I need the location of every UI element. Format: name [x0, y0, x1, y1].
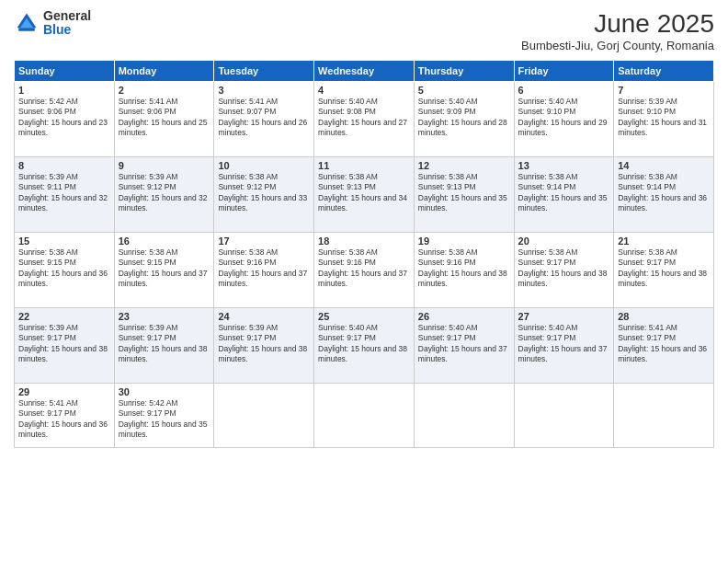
- logo: General Blue: [14, 9, 91, 38]
- day-number: 26: [418, 311, 510, 322]
- day-24: 24 Sunrise: 5:39 AMSunset: 9:17 PMDaylig…: [214, 308, 314, 384]
- col-header-thursday: Thursday: [414, 61, 514, 82]
- day-info: Sunrise: 5:41 AMSunset: 9:17 PMDaylight:…: [18, 398, 110, 441]
- day-10: 10 Sunrise: 5:38 AMSunset: 9:12 PMDaylig…: [214, 157, 314, 233]
- day-info: Sunrise: 5:38 AMSunset: 9:13 PMDaylight:…: [318, 172, 410, 214]
- day-info: Sunrise: 5:41 AMSunset: 9:07 PMDaylight:…: [218, 97, 310, 139]
- day-21: 21 Sunrise: 5:38 AMSunset: 9:17 PMDaylig…: [614, 233, 714, 308]
- day-3: 3 Sunrise: 5:41 AMSunset: 9:07 PMDayligh…: [214, 82, 314, 157]
- day-number: 9: [119, 160, 210, 171]
- day-number: 10: [218, 160, 310, 171]
- logo-text: General Blue: [43, 9, 91, 38]
- day-info: Sunrise: 5:40 AMSunset: 9:08 PMDaylight:…: [318, 97, 410, 139]
- day-info: Sunrise: 5:42 AMSunset: 9:17 PMDaylight:…: [119, 398, 210, 441]
- day-info: Sunrise: 5:39 AMSunset: 9:17 PMDaylight:…: [218, 323, 310, 365]
- day-number: 11: [318, 160, 410, 171]
- day-7: 7 Sunrise: 5:39 AMSunset: 9:10 PMDayligh…: [614, 82, 714, 157]
- day-info: Sunrise: 5:40 AMSunset: 9:10 PMDaylight:…: [518, 97, 610, 139]
- day-25: 25 Sunrise: 5:40 AMSunset: 9:17 PMDaylig…: [314, 308, 415, 384]
- day-30: 30 Sunrise: 5:42 AMSunset: 9:17 PMDaylig…: [114, 384, 214, 448]
- day-1: 1 Sunrise: 5:42 AMSunset: 9:06 PMDayligh…: [15, 82, 115, 157]
- day-info: Sunrise: 5:38 AMSunset: 9:14 PMDaylight:…: [618, 172, 710, 214]
- week-row-4: 22 Sunrise: 5:39 AMSunset: 9:17 PMDaylig…: [15, 308, 714, 384]
- day-number: 6: [518, 85, 610, 96]
- empty-cell: [514, 384, 614, 448]
- empty-cell: [614, 384, 714, 448]
- day-number: 7: [618, 85, 710, 96]
- day-20: 20 Sunrise: 5:38 AMSunset: 9:17 PMDaylig…: [514, 233, 614, 308]
- day-number: 24: [218, 311, 310, 322]
- day-number: 14: [618, 160, 710, 171]
- day-27: 27 Sunrise: 5:40 AMSunset: 9:17 PMDaylig…: [514, 308, 614, 384]
- day-29: 29 Sunrise: 5:41 AMSunset: 9:17 PMDaylig…: [15, 384, 115, 448]
- day-info: Sunrise: 5:38 AMSunset: 9:13 PMDaylight:…: [418, 172, 510, 214]
- day-number: 20: [518, 236, 610, 247]
- day-9: 9 Sunrise: 5:39 AMSunset: 9:12 PMDayligh…: [114, 157, 214, 233]
- day-info: Sunrise: 5:38 AMSunset: 9:15 PMDaylight:…: [119, 247, 210, 290]
- day-info: Sunrise: 5:42 AMSunset: 9:06 PMDaylight:…: [18, 97, 110, 139]
- day-12: 12 Sunrise: 5:38 AMSunset: 9:13 PMDaylig…: [414, 157, 514, 233]
- col-header-tuesday: Tuesday: [214, 61, 314, 82]
- logo-general-label: General: [43, 9, 91, 23]
- logo-blue-label: Blue: [43, 23, 91, 37]
- day-28: 28 Sunrise: 5:41 AMSunset: 9:17 PMDaylig…: [614, 308, 714, 384]
- day-info: Sunrise: 5:38 AMSunset: 9:12 PMDaylight:…: [218, 172, 310, 214]
- day-number: 19: [418, 236, 510, 247]
- day-number: 18: [318, 236, 410, 247]
- svg-rect-2: [18, 29, 35, 32]
- day-info: Sunrise: 5:38 AMSunset: 9:16 PMDaylight:…: [418, 247, 510, 290]
- day-number: 8: [18, 160, 110, 171]
- day-info: Sunrise: 5:40 AMSunset: 9:09 PMDaylight:…: [418, 97, 510, 139]
- day-info: Sunrise: 5:38 AMSunset: 9:16 PMDaylight:…: [218, 247, 310, 290]
- day-number: 16: [119, 236, 210, 247]
- col-header-friday: Friday: [514, 61, 614, 82]
- day-number: 25: [318, 311, 410, 322]
- day-info: Sunrise: 5:38 AMSunset: 9:15 PMDaylight:…: [18, 247, 110, 290]
- calendar-header-row: Sunday Monday Tuesday Wednesday Thursday…: [15, 61, 714, 82]
- day-23: 23 Sunrise: 5:39 AMSunset: 9:17 PMDaylig…: [114, 308, 214, 384]
- day-number: 1: [18, 85, 110, 96]
- week-row-1: 1 Sunrise: 5:42 AMSunset: 9:06 PMDayligh…: [15, 82, 714, 157]
- day-number: 17: [218, 236, 310, 247]
- day-number: 3: [218, 85, 310, 96]
- location-title: Bumbesti-Jiu, Gorj County, Romania: [521, 39, 714, 52]
- month-title: June 2025: [521, 9, 714, 39]
- day-16: 16 Sunrise: 5:38 AMSunset: 9:15 PMDaylig…: [114, 233, 214, 308]
- day-info: Sunrise: 5:38 AMSunset: 9:16 PMDaylight:…: [318, 247, 410, 290]
- day-info: Sunrise: 5:40 AMSunset: 9:17 PMDaylight:…: [418, 323, 510, 365]
- logo-icon: [14, 10, 40, 36]
- col-header-saturday: Saturday: [614, 61, 714, 82]
- day-number: 21: [618, 236, 710, 247]
- day-number: 2: [119, 85, 210, 96]
- day-11: 11 Sunrise: 5:38 AMSunset: 9:13 PMDaylig…: [314, 157, 415, 233]
- day-18: 18 Sunrise: 5:38 AMSunset: 9:16 PMDaylig…: [314, 233, 415, 308]
- col-header-wednesday: Wednesday: [314, 61, 415, 82]
- day-4: 4 Sunrise: 5:40 AMSunset: 9:08 PMDayligh…: [314, 82, 415, 157]
- day-number: 28: [618, 311, 710, 322]
- day-13: 13 Sunrise: 5:38 AMSunset: 9:14 PMDaylig…: [514, 157, 614, 233]
- day-info: Sunrise: 5:41 AMSunset: 9:17 PMDaylight:…: [618, 323, 710, 365]
- title-block: June 2025 Bumbesti-Jiu, Gorj County, Rom…: [521, 9, 714, 52]
- day-2: 2 Sunrise: 5:41 AMSunset: 9:06 PMDayligh…: [114, 82, 214, 157]
- day-number: 4: [318, 85, 410, 96]
- week-row-3: 15 Sunrise: 5:38 AMSunset: 9:15 PMDaylig…: [15, 233, 714, 308]
- col-header-sunday: Sunday: [15, 61, 115, 82]
- week-row-2: 8 Sunrise: 5:39 AMSunset: 9:11 PMDayligh…: [15, 157, 714, 233]
- day-info: Sunrise: 5:38 AMSunset: 9:17 PMDaylight:…: [518, 247, 610, 290]
- day-number: 22: [18, 311, 110, 322]
- day-8: 8 Sunrise: 5:39 AMSunset: 9:11 PMDayligh…: [15, 157, 115, 233]
- day-info: Sunrise: 5:39 AMSunset: 9:17 PMDaylight:…: [18, 323, 110, 365]
- day-22: 22 Sunrise: 5:39 AMSunset: 9:17 PMDaylig…: [15, 308, 115, 384]
- day-5: 5 Sunrise: 5:40 AMSunset: 9:09 PMDayligh…: [414, 82, 514, 157]
- day-number: 30: [119, 386, 210, 397]
- day-19: 19 Sunrise: 5:38 AMSunset: 9:16 PMDaylig…: [414, 233, 514, 308]
- day-26: 26 Sunrise: 5:40 AMSunset: 9:17 PMDaylig…: [414, 308, 514, 384]
- day-number: 13: [518, 160, 610, 171]
- col-header-monday: Monday: [114, 61, 214, 82]
- day-number: 15: [18, 236, 110, 247]
- day-14: 14 Sunrise: 5:38 AMSunset: 9:14 PMDaylig…: [614, 157, 714, 233]
- day-info: Sunrise: 5:40 AMSunset: 9:17 PMDaylight:…: [318, 323, 410, 365]
- day-number: 5: [418, 85, 510, 96]
- day-15: 15 Sunrise: 5:38 AMSunset: 9:15 PMDaylig…: [15, 233, 115, 308]
- day-info: Sunrise: 5:39 AMSunset: 9:12 PMDaylight:…: [119, 172, 210, 214]
